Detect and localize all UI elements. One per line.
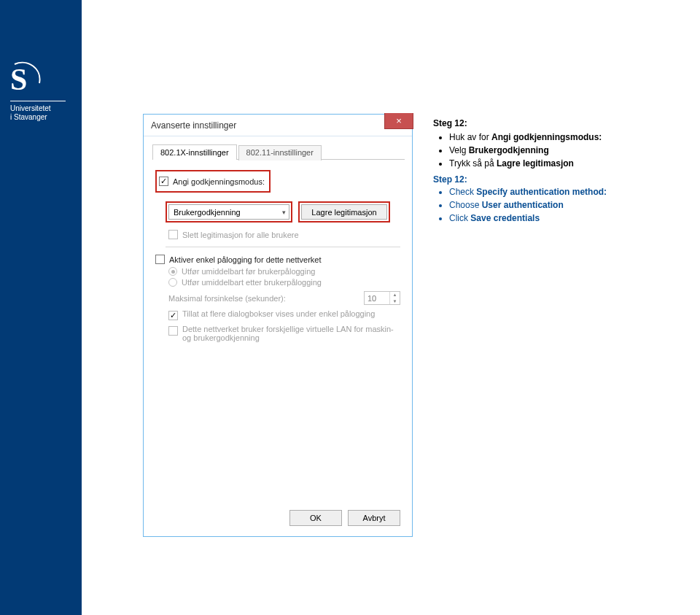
highlight-auth-dropdown: Brukergodkjenning ▾ (166, 201, 292, 223)
dialog-titlebar: Avanserte innstillinger (144, 115, 412, 136)
label-delete-credentials: Slett legitimasjon for alle brukere (182, 231, 299, 239)
auth-mode-value: Brukergodkjenning (174, 208, 241, 217)
instr-no-2: Velg Brukergodkjenning (449, 144, 681, 156)
cancel-label: Avbryt (363, 514, 386, 522)
spinner-icon: ▲▼ (389, 292, 400, 304)
save-credentials-label: Lagre legitimasjon (311, 208, 376, 217)
checkbox-angi-mode[interactable] (159, 177, 168, 186)
close-button[interactable]: × (384, 113, 413, 129)
auth-mode-dropdown[interactable]: Brukergodkjenning ▾ (168, 204, 289, 220)
label-enable-sso: Aktiver enkel pålogging for dette nettve… (169, 255, 322, 264)
max-delay-input: 10 ▲▼ (364, 291, 400, 305)
tab-80211[interactable]: 802.11-innstillinger (238, 145, 322, 160)
left-sidebar: S Universitetet i Stavanger (0, 0, 82, 615)
university-logo: S Universitetet i Stavanger (10, 61, 71, 122)
radio-after-logon (168, 278, 177, 287)
label-after-logon: Utfør umiddelbart etter brukerpålogging (182, 278, 322, 287)
checkbox-enable-sso[interactable] (155, 255, 165, 264)
radio-before-logon (168, 267, 177, 276)
highlight-angi-mode: Angi godkjenningsmodus: (155, 170, 271, 193)
tab-80211-label: 802.11-innstillinger (246, 148, 314, 157)
chevron-down-icon: ▾ (278, 209, 286, 216)
label-before-logon: Utfør umiddelbart før brukerpålogging (182, 267, 315, 276)
checkbox-vlan (168, 326, 178, 336)
instr-en-1: Check Specify authentication method: (449, 186, 681, 198)
checkbox-allow-dialogs (168, 311, 178, 320)
step-header-no: Steg 12: (433, 118, 681, 128)
logo-letter-icon: S (10, 64, 27, 95)
ok-button[interactable]: OK (289, 510, 342, 526)
instructions-panel: Steg 12: Huk av for Angi godkjenningsmod… (433, 118, 681, 225)
label-vlan: Dette nettverket bruker forskjellige vir… (182, 325, 394, 342)
highlight-save-credentials: Lagre legitimasjon (298, 201, 390, 223)
tab-8021x-label: 802.1X-innstillinger (160, 148, 229, 157)
org-name-line1: Universitetet (10, 104, 71, 113)
org-name-line2: i Stavanger (10, 113, 71, 122)
close-icon: × (396, 115, 402, 126)
tab-8021x[interactable]: 802.1X-innstillinger (152, 144, 237, 160)
dialog-title: Avanserte innstillinger (151, 120, 236, 131)
step-header-en: Step 12: (433, 174, 681, 185)
tabs: 802.1X-innstillinger 802.11-innstillinge… (152, 144, 405, 160)
ok-label: OK (310, 514, 322, 522)
instr-en-3: Click Save credentials (449, 212, 681, 224)
save-credentials-button[interactable]: Lagre legitimasjon (301, 204, 387, 220)
advanced-settings-dialog: Avanserte innstillinger × 802.1X-innstil… (143, 114, 413, 537)
label-max-delay: Maksimal forsinkelse (sekunder): (168, 294, 364, 303)
cancel-button[interactable]: Avbryt (348, 510, 400, 526)
max-delay-value: 10 (368, 294, 376, 303)
instr-no-1: Huk av for Angi godkjenningsmodus: (449, 131, 681, 143)
checkbox-delete-credentials (168, 230, 178, 239)
label-angi-mode: Angi godkjenningsmodus: (173, 177, 265, 186)
instr-en-2: Choose User authentication (449, 199, 681, 211)
tab-panel-8021x: Angi godkjenningsmodus: Brukergodkjennin… (144, 160, 412, 352)
instr-no-3: Trykk så på Lagre legitimasjon (449, 158, 681, 169)
label-allow-dialogs: Tillat at flere dialogbokser vises under… (182, 309, 375, 318)
